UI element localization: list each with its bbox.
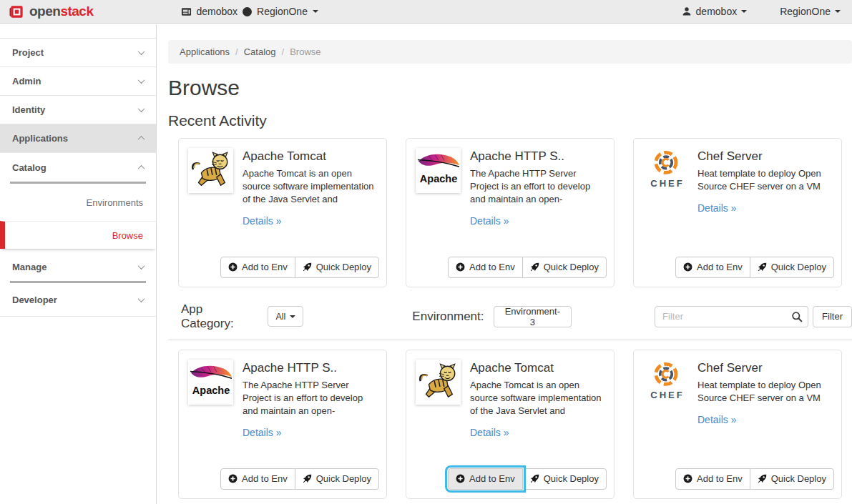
app-title: Apache Tomcat (243, 149, 377, 164)
openstack-logo[interactable]: openstack (9, 4, 94, 20)
tomcat-logo-icon (188, 148, 233, 193)
region-menu[interactable]: RegionOne (780, 6, 841, 17)
sidebar-item-project[interactable]: Project (0, 39, 156, 67)
sidebar-item-identity[interactable]: Identity (0, 96, 156, 124)
breadcrumb-current: Browse (290, 46, 320, 57)
add-to-env-button[interactable]: Add to Env (220, 257, 295, 278)
filter-button[interactable]: Filter (813, 306, 852, 327)
app-card-chef: Chef Server Heat template to deploy Open… (633, 350, 842, 499)
app-description: Heat template to deploy Open Source CHEF… (697, 379, 832, 405)
app-title: Chef Server (697, 361, 832, 375)
filter-bar: App Category: All Environment: Environme… (181, 302, 852, 331)
sidebar-item-developer[interactable]: Developer (0, 283, 156, 317)
sidebar-item-browse[interactable]: Browse (0, 221, 156, 249)
sidebar-item-catalog[interactable]: Catalog (0, 153, 156, 182)
card-actions: Add to Env Quick Deploy (220, 257, 379, 278)
current-project: demobox (197, 6, 238, 17)
app-description: Apache Tomcat is an open source software… (243, 167, 377, 206)
caret-down-icon (290, 315, 295, 318)
recent-activity-grid: Apache Tomcat Apache Tomcat is an open s… (178, 138, 852, 287)
card-actions: Add to Env Quick Deploy (220, 468, 379, 490)
app-title: Apache HTTP S.. (470, 149, 604, 164)
filter-input[interactable] (655, 306, 808, 327)
details-link[interactable]: Details » (470, 215, 509, 227)
card-actions: Add to Env Quick Deploy (448, 468, 607, 490)
quick-deploy-button[interactable]: Quick Deploy (295, 257, 379, 278)
sidebar: Project Admin Identity Applications Cata… (0, 24, 157, 504)
openstack-cube-icon (9, 4, 25, 20)
environment-label: Environment: (412, 310, 484, 324)
app-description: Apache Tomcat is an open source software… (470, 379, 604, 417)
app-title: Apache HTTP S.. (243, 361, 377, 375)
filter-search (655, 306, 808, 327)
rocket-icon (303, 474, 312, 483)
plus-circle-icon (456, 262, 465, 272)
section-divider (168, 340, 852, 340)
chevron-up-icon (138, 136, 145, 143)
rocket-icon (530, 474, 539, 483)
add-to-env-button[interactable]: Add to Env (220, 468, 295, 490)
breadcrumb: Applications / Catalog / Browse (168, 40, 852, 64)
tomcat-logo-icon (416, 360, 461, 405)
plus-circle-icon (228, 474, 238, 483)
caret-down-icon (313, 10, 318, 13)
quick-deploy-button[interactable]: Quick Deploy (750, 257, 834, 278)
environment-button[interactable]: Environment-3 (494, 306, 572, 327)
app-title: Chef Server (697, 149, 832, 164)
details-link[interactable]: Details » (697, 202, 736, 214)
breadcrumb-applications[interactable]: Applications (180, 46, 230, 57)
app-card-tomcat: Apache Tomcat Apache Tomcat is an open s… (178, 138, 387, 287)
add-to-env-button[interactable]: Add to Env (675, 257, 750, 278)
card-actions: Add to Env Quick Deploy (675, 257, 834, 278)
quick-deploy-button[interactable]: Quick Deploy (295, 468, 379, 490)
breadcrumb-catalog[interactable]: Catalog (244, 46, 276, 57)
details-link[interactable]: Details » (243, 427, 281, 438)
project-list-icon (181, 6, 192, 17)
app-description: The Apache HTTP Server Project is an eff… (470, 167, 604, 206)
card-actions: Add to Env Quick Deploy (675, 468, 834, 490)
quick-deploy-button[interactable]: Quick Deploy (522, 468, 607, 490)
quick-deploy-button[interactable]: Quick Deploy (522, 257, 607, 278)
sidebar-item-applications[interactable]: Applications (0, 124, 156, 153)
apache-logo-icon (416, 148, 461, 193)
app-category-dropdown[interactable]: All (268, 306, 303, 327)
search-icon[interactable] (791, 311, 803, 322)
chevron-down-icon (138, 295, 145, 302)
chef-logo-icon (643, 360, 688, 405)
project-region-switcher[interactable]: demobox RegionOne (181, 6, 318, 17)
current-region: RegionOne (257, 6, 308, 17)
chevron-down-icon (138, 105, 145, 112)
app-description: The Apache HTTP Server Project is an eff… (243, 379, 377, 417)
recent-activity-title: Recent Activity (168, 112, 852, 129)
details-link[interactable]: Details » (470, 427, 509, 438)
quick-deploy-button[interactable]: Quick Deploy (750, 468, 834, 490)
region-dot-icon (243, 7, 252, 16)
top-navbar: openstack demobox RegionOne demobox Regi… (0, 0, 852, 24)
app-card-chef: Chef Server Heat template to deploy Open… (633, 138, 842, 287)
add-to-env-button[interactable]: Add to Env (675, 468, 750, 490)
app-category-label: App Category: (181, 302, 258, 331)
plus-circle-icon (228, 262, 238, 272)
chef-logo-icon (643, 148, 688, 193)
chevron-down-icon (138, 262, 145, 270)
user-menu-label: demobox (696, 6, 738, 17)
plus-circle-icon (456, 474, 465, 483)
rocket-icon (758, 474, 767, 483)
app-description: Heat template to deploy Open Source CHEF… (697, 167, 832, 193)
app-title: Apache Tomcat (470, 361, 604, 375)
app-card-apache-http: Apache HTTP S.. The Apache HTTP Server P… (178, 350, 387, 499)
user-menu[interactable]: demobox (682, 6, 748, 17)
rocket-icon (758, 262, 767, 272)
details-link[interactable]: Details » (697, 414, 736, 425)
navbar-right: demobox RegionOne (682, 6, 843, 17)
add-to-env-button-highlighted[interactable]: Add to Env (448, 468, 523, 490)
rocket-icon (530, 262, 539, 272)
sidebar-item-admin[interactable]: Admin (0, 67, 156, 96)
details-link[interactable]: Details » (243, 215, 281, 227)
add-to-env-button[interactable]: Add to Env (448, 257, 523, 278)
sidebar-item-manage[interactable]: Manage (0, 252, 156, 281)
region-menu-label: RegionOne (780, 6, 831, 17)
caret-down-icon (835, 10, 841, 13)
sidebar-item-environments[interactable]: Environments (0, 184, 156, 221)
openstack-logo-text: openstack (29, 4, 94, 19)
